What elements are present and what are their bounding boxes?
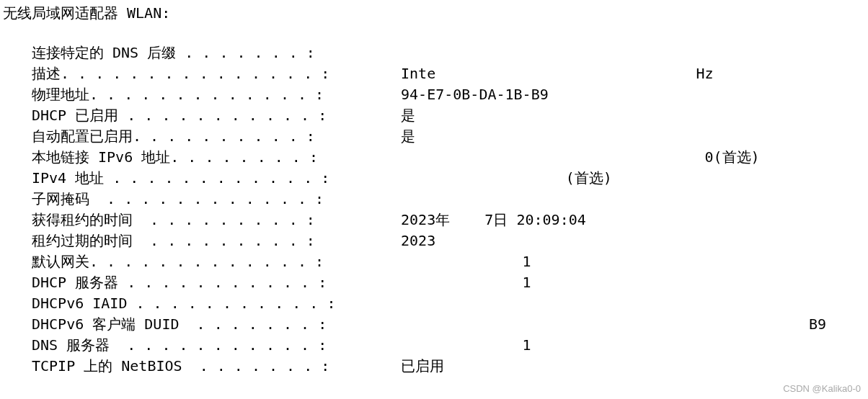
label-autoconfig-enabled: 自动配置已启用. . . . . . . . . . : — [32, 126, 392, 147]
value-dhcp-server: 1 — [392, 272, 868, 293]
row-dns-servers: DNS 服务器 . . . . . . . . . . . : 1 — [32, 335, 868, 356]
adapter-details: 连接特定的 DNS 后缀 . . . . . . . : 描述. . . . .… — [3, 42, 868, 377]
label-lease-expires: 租约过期的时间 . . . . . . . . . : — [32, 230, 392, 251]
value-dhcpv6-iaid — [392, 293, 868, 314]
watermark: CSDN @Kalika0-0 — [783, 382, 861, 396]
label-description: 描述. . . . . . . . . . . . . . . : — [32, 63, 392, 84]
value-dns-servers: 1 — [392, 335, 868, 356]
value-dhcpv6-duid: B9 — [392, 314, 868, 335]
value-subnet-mask — [392, 189, 868, 210]
label-dhcpv6-duid: DHCPv6 客户端 DUID . . . . . . . : — [32, 314, 392, 335]
row-physical-address: 物理地址. . . . . . . . . . . . . : 94-E7-0B… — [32, 84, 868, 105]
row-dhcp-enabled: DHCP 已启用 . . . . . . . . . . . : 是 — [32, 105, 868, 126]
label-dhcp-enabled: DHCP 已启用 . . . . . . . . . . . : — [32, 105, 392, 126]
label-lease-obtained: 获得租约的时间 . . . . . . . . . : — [32, 210, 392, 230]
adapter-header: 无线局域网适配器 WLAN: — [3, 3, 868, 24]
row-dns-suffix: 连接特定的 DNS 后缀 . . . . . . . : — [32, 42, 868, 63]
label-default-gateway: 默认网关. . . . . . . . . . . . . : — [32, 251, 392, 272]
row-link-local-ipv6: 本地链接 IPv6 地址. . . . . . . . : 0(首选) — [32, 147, 868, 168]
value-ipv4-address: (首选) — [392, 168, 868, 189]
row-dhcpv6-iaid: DHCPv6 IAID . . . . . . . . . . . : — [32, 293, 868, 314]
row-autoconfig-enabled: 自动配置已启用. . . . . . . . . . : 是 — [32, 126, 868, 147]
row-default-gateway: 默认网关. . . . . . . . . . . . . : 1 — [32, 251, 868, 272]
value-lease-expires: 2023 — [392, 230, 868, 251]
row-dhcp-server: DHCP 服务器 . . . . . . . . . . . : 1 — [32, 272, 868, 293]
row-lease-expires: 租约过期的时间 . . . . . . . . . : 2023 — [32, 230, 868, 251]
row-subnet-mask: 子网掩码 . . . . . . . . . . . . : — [32, 189, 868, 210]
value-link-local-ipv6: 0(首选) — [392, 147, 868, 168]
row-description: 描述. . . . . . . . . . . . . . . : Inte H… — [32, 63, 868, 84]
value-description: Inte Hz — [392, 63, 868, 84]
label-netbios: TCPIP 上的 NetBIOS . . . . . . . : — [32, 356, 392, 377]
value-dhcp-enabled: 是 — [392, 105, 868, 126]
row-netbios: TCPIP 上的 NetBIOS . . . . . . . : 已启用 — [32, 356, 868, 377]
label-subnet-mask: 子网掩码 . . . . . . . . . . . . : — [32, 189, 392, 210]
row-ipv4-address: IPv4 地址 . . . . . . . . . . . . : (首选) — [32, 168, 868, 189]
row-dhcpv6-duid: DHCPv6 客户端 DUID . . . . . . . : B9 — [32, 314, 868, 335]
label-dhcp-server: DHCP 服务器 . . . . . . . . . . . : — [32, 272, 392, 293]
label-ipv4-address: IPv4 地址 . . . . . . . . . . . . : — [32, 168, 392, 189]
label-link-local-ipv6: 本地链接 IPv6 地址. . . . . . . . : — [32, 147, 392, 168]
label-dhcpv6-iaid: DHCPv6 IAID . . . . . . . . . . . : — [32, 293, 392, 314]
value-physical-address: 94-E7-0B-DA-1B-B9 — [392, 84, 868, 105]
label-physical-address: 物理地址. . . . . . . . . . . . . : — [32, 84, 392, 105]
label-dns-suffix: 连接特定的 DNS 后缀 . . . . . . . : — [32, 42, 392, 63]
label-dns-servers: DNS 服务器 . . . . . . . . . . . : — [32, 335, 392, 356]
value-netbios: 已启用 — [392, 356, 868, 377]
value-default-gateway: 1 — [392, 251, 868, 272]
row-lease-obtained: 获得租约的时间 . . . . . . . . . : 2023年 7日 20:… — [32, 210, 868, 230]
value-lease-obtained: 2023年 7日 20:09:04 — [392, 210, 868, 230]
value-autoconfig-enabled: 是 — [392, 126, 868, 147]
value-dns-suffix — [392, 42, 868, 63]
